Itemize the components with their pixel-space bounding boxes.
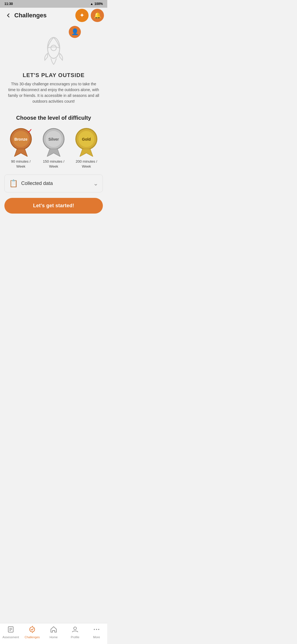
challenge-title: LET'S PLAY OUTSIDE (23, 72, 84, 78)
medal-bronze-container: Bronze ✓ (9, 127, 33, 157)
medal-silver-container: Silver (41, 127, 66, 157)
star-icon: ✦ (79, 12, 84, 19)
medals-row: Bronze ✓ 90 minutes / Week Silver 150 mi… (4, 127, 103, 169)
medal-gold[interactable]: Gold 200 minutes / Week (73, 127, 100, 169)
top-bar-actions: ✦ 🔔 (75, 9, 104, 22)
svg-point-0 (48, 37, 60, 58)
collected-data-row[interactable]: 📋 Collected data ⌄ (4, 174, 103, 192)
clipboard-icon: 📋 (9, 179, 18, 188)
get-started-button[interactable]: Let's get started! (4, 198, 103, 214)
medal-silver[interactable]: Silver 150 minutes / Week (40, 127, 67, 169)
bell-button[interactable]: 🔔 (91, 9, 104, 22)
gold-label: 200 minutes / Week (73, 159, 100, 169)
avatar: 👤 (69, 26, 81, 38)
page-title: Challenges (14, 12, 46, 19)
svg-text:Bronze: Bronze (14, 137, 28, 141)
collected-data-left: 📋 Collected data (9, 179, 53, 188)
status-icons: ▲ 100% (90, 2, 103, 6)
collected-data-label: Collected data (21, 181, 53, 186)
top-bar: Challenges ✦ 🔔 (0, 8, 107, 23)
main-content: 👤 LET'S PLAY OUTSIDE This 30-day challen… (0, 23, 107, 243)
silver-label: 150 minutes / Week (40, 159, 67, 169)
challenge-description: This 30-day challenge encourages you to … (4, 81, 103, 104)
medal-bronze[interactable]: Bronze ✓ 90 minutes / Week (7, 127, 35, 169)
chevron-down-icon: ⌄ (93, 180, 98, 187)
bell-icon: 🔔 (94, 12, 101, 19)
avatar-icon: 👤 (71, 28, 79, 36)
svg-text:Silver: Silver (48, 137, 59, 141)
star-button[interactable]: ✦ (75, 9, 89, 22)
svg-point-1 (51, 45, 56, 51)
status-bar: 11:30 ▲ 100% (0, 0, 107, 8)
selected-checkmark: ✓ (27, 128, 32, 135)
svg-text:Gold: Gold (82, 137, 91, 141)
hero-section: 👤 LET'S PLAY OUTSIDE This 30-day challen… (4, 23, 103, 107)
back-button[interactable] (3, 10, 13, 20)
bronze-label: 90 minutes / Week (7, 159, 35, 169)
status-time: 11:30 (4, 2, 13, 6)
difficulty-section-title: Choose the level of difficulty (4, 115, 103, 121)
medal-gold-container: Gold (74, 127, 99, 157)
rocket-illustration (32, 31, 76, 70)
